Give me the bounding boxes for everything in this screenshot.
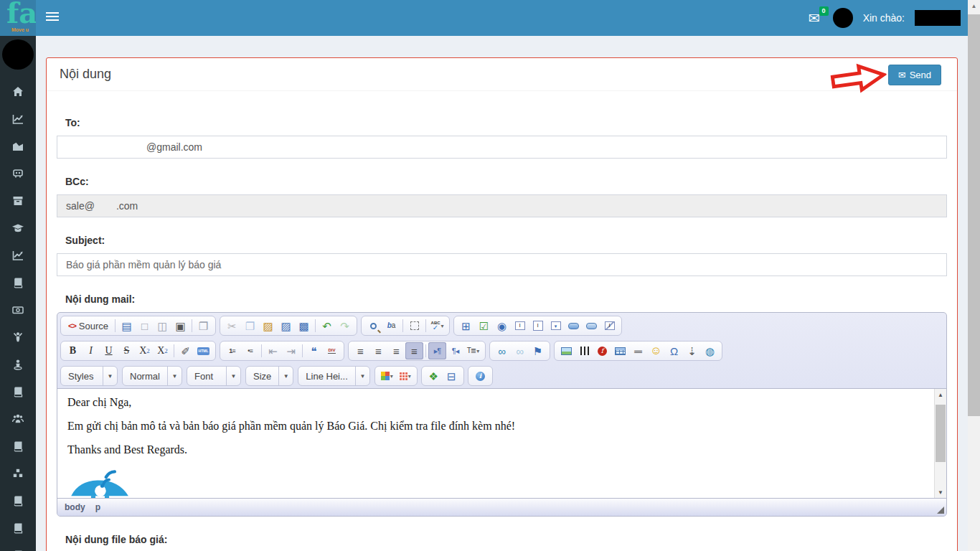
replace-button[interactable]: ba: [382, 317, 400, 334]
text-field-button[interactable]: I: [511, 317, 529, 334]
numbered-list-button[interactable]: 1≡: [223, 342, 241, 359]
font-dropdown[interactable]: Font▼: [187, 366, 241, 386]
sidebar-item-book[interactable]: [0, 433, 36, 460]
horizontal-line-button[interactable]: ═: [629, 342, 647, 359]
redo-button[interactable]: ↷: [336, 317, 354, 334]
div-container-button[interactable]: DIV: [323, 342, 341, 359]
increase-indent-button[interactable]: ⇥: [282, 342, 300, 359]
styles-dropdown[interactable]: Styles▼: [60, 366, 118, 386]
flash-button[interactable]: f: [593, 342, 611, 359]
unlink-button[interactable]: ∞: [511, 342, 529, 359]
text-color-button[interactable]: ▾: [378, 367, 396, 385]
editor-scrollbar-thumb[interactable]: [936, 405, 946, 462]
find-button[interactable]: [364, 317, 382, 334]
image-button[interactable]: [557, 342, 575, 359]
remove-format-button[interactable]: HTML: [194, 342, 212, 359]
sidebar-item-chart-area[interactable]: [0, 133, 36, 160]
editor-resize-handle[interactable]: [937, 507, 944, 514]
sidebar-item-graduation-cap[interactable]: [0, 215, 36, 242]
size-dropdown[interactable]: Size▼: [245, 366, 293, 386]
editor-scrollbar[interactable]: ▲ ▼: [934, 389, 946, 498]
decrease-indent-button[interactable]: ⇤: [264, 342, 282, 359]
show-blocks-button[interactable]: ⊟: [443, 367, 461, 385]
chart-button[interactable]: [575, 342, 593, 359]
scroll-down-icon[interactable]: ▼: [935, 486, 946, 498]
source-button[interactable]: <>Source: [64, 317, 113, 334]
hidden-field-button[interactable]: I: [600, 317, 618, 334]
about-button[interactable]: i: [471, 367, 489, 385]
italic-button[interactable]: I: [82, 342, 100, 359]
element-path-p[interactable]: p: [95, 502, 100, 512]
sidebar-item-book[interactable]: [0, 514, 36, 542]
brand-logo[interactable]: fa Move u: [0, 0, 36, 36]
sidebar-item-book[interactable]: [0, 487, 36, 514]
blockquote-button[interactable]: ❝: [305, 342, 323, 359]
scroll-up-icon[interactable]: ▲: [935, 389, 946, 400]
page-scroll-up-icon[interactable]: ▲: [968, 0, 980, 12]
superscript-button[interactable]: X2: [154, 342, 171, 359]
sidebar-item-archive[interactable]: [0, 187, 36, 215]
sidebar-item-chart-line[interactable]: [0, 105, 36, 133]
radio-button-button[interactable]: ◉: [493, 317, 511, 334]
save-button[interactable]: ▤: [118, 317, 136, 334]
maximize-button[interactable]: ❖: [425, 367, 443, 385]
cut-button[interactable]: ✂: [223, 317, 241, 334]
normal-dropdown[interactable]: Normal▼: [122, 366, 182, 386]
sidebar-item-cubes[interactable]: [0, 460, 36, 487]
bold-button[interactable]: B: [64, 342, 82, 359]
print-button[interactable]: ▣: [171, 317, 189, 334]
background-color-button[interactable]: ▾: [396, 367, 414, 385]
strikethrough-button[interactable]: S: [118, 342, 136, 359]
subject-input[interactable]: Báo giá phần mềm quản lý báo giá: [57, 253, 947, 276]
bulleted-list-button[interactable]: •≡: [241, 342, 259, 359]
line-hei-dropdown[interactable]: Line Hei...▼: [298, 366, 370, 386]
sidebar-item-person[interactable]: [0, 351, 36, 378]
text-direction-rtl-button[interactable]: ¶◂: [446, 342, 464, 359]
page-break-button[interactable]: ⇣: [683, 342, 701, 359]
align-right-button[interactable]: ≡: [387, 342, 405, 359]
subscript-button[interactable]: X2: [136, 342, 154, 359]
page-scrollbar-thumb[interactable]: [968, 14, 980, 416]
sidebar-item-chart-line[interactable]: [0, 242, 36, 269]
preview-button[interactable]: ◫: [154, 317, 171, 334]
sidebar-item-home[interactable]: [0, 78, 36, 105]
smiley-button[interactable]: ☺: [647, 342, 665, 359]
button-button[interactable]: [565, 317, 583, 334]
link-button[interactable]: ∞: [493, 342, 511, 359]
hamburger-menu-icon[interactable]: [46, 12, 59, 24]
form-button[interactable]: ⊞: [457, 317, 475, 334]
underline-button[interactable]: U: [100, 342, 118, 359]
paste-text-button[interactable]: ▨: [277, 317, 295, 334]
textarea-button[interactable]: I: [529, 317, 547, 334]
page-scrollbar[interactable]: ▲: [968, 0, 980, 551]
select-all-button[interactable]: [405, 317, 423, 334]
user-avatar[interactable]: [833, 8, 853, 28]
align-left-button[interactable]: ≡: [352, 342, 369, 359]
image-button-button[interactable]: [583, 317, 600, 334]
editor-content-area[interactable]: Dear chị Nga,Em gửi chị bản mô tả và bản…: [57, 388, 946, 499]
sidebar-item-device[interactable]: [0, 160, 36, 187]
templates-button[interactable]: ❐: [194, 317, 212, 334]
copy-button[interactable]: ❐: [241, 317, 259, 334]
align-center-button[interactable]: ≡: [369, 342, 387, 359]
new-page-button[interactable]: □: [136, 317, 154, 334]
sidebar-item-users[interactable]: [0, 405, 36, 433]
copy-formatting-button[interactable]: ✐: [176, 342, 194, 359]
element-path-body[interactable]: body: [65, 502, 85, 512]
spell-check-button[interactable]: ABC✓▾: [428, 317, 446, 334]
iframe-button[interactable]: ◍: [701, 342, 719, 359]
language-button[interactable]: T≣▾: [464, 342, 482, 359]
table-button[interactable]: [611, 342, 629, 359]
send-button[interactable]: ✉ Send: [888, 65, 941, 85]
sidebar-item-person-cheer[interactable]: [0, 324, 36, 351]
select-field-button[interactable]: ▾: [547, 317, 565, 334]
bcc-input[interactable]: sale@ .com: [57, 194, 947, 217]
paste-word-button[interactable]: ▩: [295, 317, 313, 334]
special-character-button[interactable]: Ω: [665, 342, 683, 359]
checkbox-button[interactable]: ☑: [475, 317, 493, 334]
sidebar-item-book[interactable]: [0, 269, 36, 296]
sidebar-item-book[interactable]: [0, 542, 36, 551]
text-direction-ltr-button[interactable]: ▸¶: [428, 342, 446, 359]
sidebar-item-money[interactable]: [0, 296, 36, 324]
undo-button[interactable]: ↶: [318, 317, 336, 334]
